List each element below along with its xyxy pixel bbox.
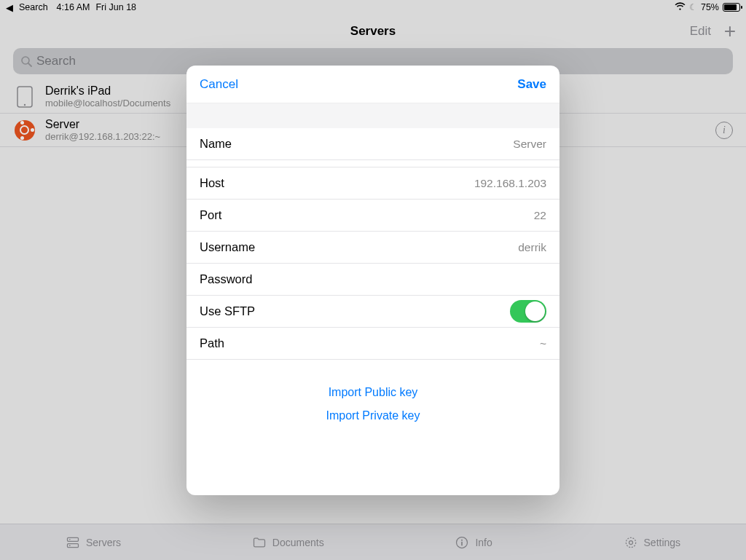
username-label: Username <box>200 240 255 254</box>
status-bar: ◀ Search 4:16 AM Fri Jun 18 ☾ 75% <box>0 0 746 15</box>
wifi-icon <box>675 2 686 13</box>
svg-point-7 <box>69 545 71 546</box>
host-row[interactable]: Host 192.168.1.203 <box>186 167 560 200</box>
path-value: ~ <box>540 337 546 350</box>
section-gap <box>186 103 560 128</box>
svg-rect-4 <box>67 537 78 541</box>
battery-percent: 75% <box>701 2 719 12</box>
svg-point-6 <box>69 539 71 540</box>
tab-documents[interactable]: Documents <box>252 535 324 550</box>
name-label: Name <box>200 137 232 151</box>
status-time: 4:16 AM <box>57 2 90 12</box>
tab-settings[interactable]: Settings <box>624 535 681 550</box>
row-gap <box>186 160 560 167</box>
info-icon <box>455 535 469 550</box>
tab-info[interactable]: Info <box>455 535 492 550</box>
tab-label: Servers <box>86 537 121 548</box>
search-placeholder: Search <box>36 54 76 68</box>
port-value: 22 <box>534 209 546 222</box>
status-date: Fri Jun 18 <box>95 2 136 12</box>
password-row[interactable]: Password <box>186 264 560 296</box>
ipad-icon <box>13 85 36 109</box>
svg-point-3 <box>24 103 25 105</box>
tab-servers[interactable]: Servers <box>66 535 121 550</box>
import-public-key-button[interactable]: Import Public key <box>329 386 418 399</box>
tab-label: Documents <box>272 537 324 548</box>
save-button[interactable]: Save <box>517 77 546 92</box>
name-row[interactable]: Name Server <box>186 128 560 160</box>
back-app-label[interactable]: Search <box>19 2 48 12</box>
folder-icon <box>252 535 267 550</box>
nav-header: Servers Edit + <box>0 15 746 48</box>
svg-point-11 <box>626 537 635 547</box>
search-icon <box>20 55 32 67</box>
cancel-button[interactable]: Cancel <box>200 77 238 92</box>
svg-rect-10 <box>462 541 463 545</box>
ubuntu-icon <box>13 119 36 142</box>
moon-icon: ☾ <box>689 2 697 12</box>
tab-bar: Servers Documents Info Settings <box>0 524 746 560</box>
add-button[interactable]: + <box>724 21 736 42</box>
host-value: 192.168.1.203 <box>474 177 546 190</box>
gear-icon <box>624 535 638 550</box>
port-row[interactable]: Port 22 <box>186 200 560 232</box>
username-row[interactable]: Username derrik <box>186 232 560 264</box>
tab-label: Info <box>475 537 492 548</box>
port-label: Port <box>200 208 221 222</box>
svg-rect-5 <box>67 543 78 547</box>
path-row[interactable]: Path ~ <box>186 328 560 360</box>
sftp-label: Use SFTP <box>200 304 255 318</box>
username-value: derrik <box>518 241 546 254</box>
edit-server-sheet: Cancel Save Name Server Host 192.168.1.2… <box>186 66 560 495</box>
sftp-row: Use SFTP <box>186 296 560 328</box>
name-value: Server <box>513 138 546 151</box>
back-caret-icon[interactable]: ◀ <box>6 2 13 13</box>
path-label: Path <box>200 336 224 350</box>
servers-icon <box>66 535 80 550</box>
tab-label: Settings <box>644 537 681 548</box>
svg-point-12 <box>629 540 632 544</box>
sftp-toggle[interactable] <box>510 300 546 323</box>
edit-button[interactable]: Edit <box>690 24 711 39</box>
battery-icon <box>723 3 740 12</box>
password-label: Password <box>200 272 252 286</box>
host-label: Host <box>200 176 224 190</box>
svg-point-9 <box>461 539 463 540</box>
page-title: Servers <box>350 24 396 39</box>
import-private-key-button[interactable]: Import Private key <box>326 409 420 422</box>
svg-line-1 <box>28 63 31 66</box>
info-icon[interactable]: i <box>715 122 733 139</box>
